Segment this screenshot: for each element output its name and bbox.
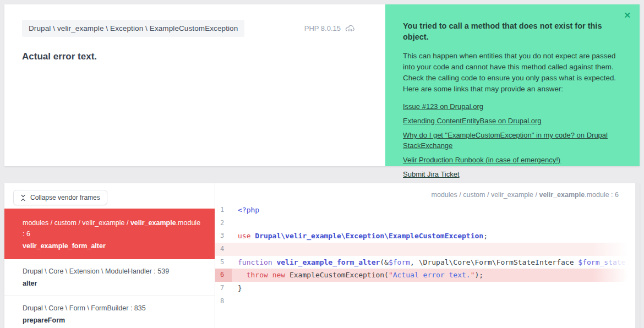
php-version: PHP 8.0.15: [304, 24, 368, 33]
code-line: 7}: [215, 282, 634, 295]
php-version-label: PHP 8.0.15: [304, 24, 341, 32]
line-number: 6: [215, 269, 232, 282]
code-text: <?php: [232, 204, 259, 217]
frame-method: alter: [23, 278, 201, 289]
line-number: 4: [215, 243, 232, 256]
code-text: }: [232, 282, 242, 295]
stack-frame[interactable]: Drupal \ Core \ Extension \ ModuleHandle…: [4, 259, 215, 296]
path-segment: modules / custom / velir_example /: [432, 191, 539, 199]
line-number: 7: [215, 282, 232, 295]
code-text: [232, 243, 238, 256]
code-line: 8: [215, 295, 634, 308]
collapse-button-label: Collapse vendor frames: [30, 194, 100, 201]
path-segment: .module : 6: [585, 191, 619, 199]
code-text: use Drupal\velir_example\Exception\Examp…: [232, 229, 488, 243]
frame-method: prepareForm: [23, 315, 201, 326]
path-segment: velir_example: [130, 219, 176, 227]
code-line: 3use Drupal\velir_example\Exception\Exam…: [215, 229, 634, 243]
frame-path: modules / custom / velir_example / velir…: [23, 217, 201, 239]
collapse-vendor-frames-button[interactable]: Collapse vendor frames: [13, 190, 107, 205]
vertical-scrollbar[interactable]: [635, 183, 640, 328]
line-number: 1: [215, 204, 232, 217]
line-number: 8: [215, 295, 232, 308]
code-text: throw new ExampleCustomException("Actual…: [232, 269, 483, 282]
code-text: [232, 217, 238, 230]
stack-frames-column: Collapse vendor frames modules / custom …: [4, 183, 215, 328]
solution-body: This can happen when entities that you d…: [403, 51, 623, 95]
code-text: function velir_example_form_alter(&$form…: [232, 256, 640, 269]
frame-path: Drupal \ Core \ Form \ FormBuilder : 835: [23, 303, 201, 314]
exception-card: Drupal \ velir_example \ Exception \ Exa…: [4, 4, 640, 166]
collapse-icon: [20, 194, 26, 201]
code-line: 1<?php: [215, 204, 634, 217]
close-icon[interactable]: ✕: [624, 11, 631, 19]
frame-path: Drupal \ Core \ Extension \ ModuleHandle…: [23, 266, 201, 277]
stack-trace-card: Collapse vendor frames modules / custom …: [4, 183, 640, 328]
solution-links: Issue #123 on Drupal.orgExtending Conten…: [403, 101, 623, 179]
code-line: 2: [215, 217, 634, 230]
code-line: 6 throw new ExampleCustomException("Actu…: [215, 269, 634, 282]
frames-header: Collapse vendor frames: [4, 183, 215, 209]
stack-frame[interactable]: Drupal \ Core \ Form \ FormBuilder : 835…: [4, 296, 215, 328]
solution-link[interactable]: Issue #123 on Drupal.org: [403, 101, 483, 112]
code-lines: 1<?php23use Drupal\velir_example\Excepti…: [215, 204, 634, 308]
path-segment: velir_example: [539, 191, 585, 199]
line-number: 2: [215, 217, 232, 230]
solution-link[interactable]: Velir Production Runbook (in case of eme…: [403, 155, 560, 165]
path-segment: Drupal \ Core \ Extension \ ModuleHandle…: [23, 267, 169, 275]
editor-path: modules / custom / velir_example / velir…: [215, 183, 640, 199]
frame-method: velir_example_form_alter: [23, 240, 201, 252]
code-text: [232, 295, 238, 308]
stack-frame[interactable]: modules / custom / velir_example / velir…: [4, 209, 215, 259]
code-line: 5function velir_example_form_alter(&$for…: [215, 256, 634, 269]
solution-panel: ✕ You tried to call a method that does n…: [385, 4, 640, 166]
php-elephant-icon: [345, 24, 356, 33]
line-number: 3: [215, 229, 232, 243]
error-message: Actual error text.: [22, 51, 368, 62]
path-segment: modules / custom / velir_example /: [23, 219, 130, 227]
code-editor: modules / custom / velir_example / velir…: [215, 183, 640, 328]
solution-link[interactable]: Why do I get "ExampleCustomException" in…: [403, 130, 623, 151]
exception-pane: Drupal \ velir_example \ Exception \ Exa…: [4, 4, 385, 166]
line-number: 5: [215, 256, 232, 269]
exception-class-chip: Drupal \ velir_example \ Exception \ Exa…: [22, 20, 244, 37]
path-segment: Drupal \ Core \ Form \ FormBuilder : 835: [23, 304, 146, 312]
solution-title: You tried to call a method that does not…: [403, 21, 623, 42]
solution-link[interactable]: Submit Jira Ticket: [403, 169, 460, 179]
solution-link[interactable]: Extending ContentEntityBase on Drupal.or…: [403, 116, 542, 126]
frames-list: modules / custom / velir_example / velir…: [4, 209, 215, 328]
code-line: 4: [215, 243, 634, 256]
